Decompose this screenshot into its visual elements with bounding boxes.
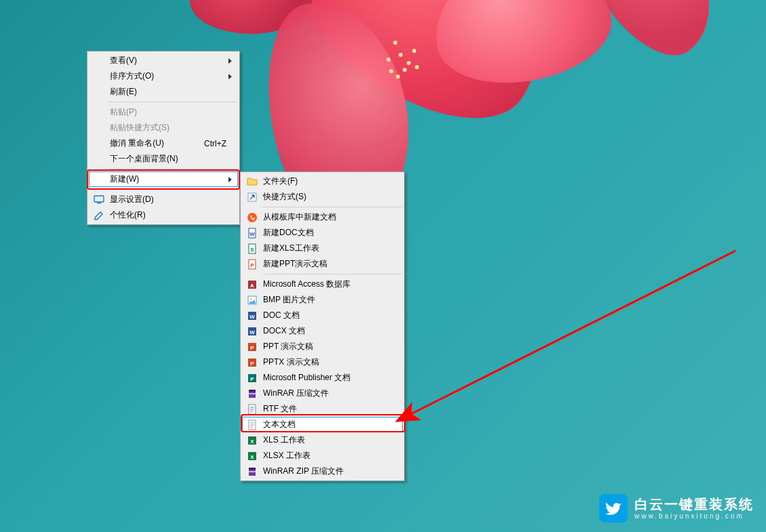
menu-item-new[interactable]: 新建(W) (89, 171, 238, 187)
menu-item-label: 新建XLS工作表 (263, 243, 319, 254)
svg-text:W: W (249, 329, 255, 335)
svg-rect-26 (249, 393, 256, 394)
menu-item-label: 查看(V) (110, 55, 137, 66)
powerpoint-icon: P (247, 357, 258, 368)
svg-text:P: P (250, 361, 254, 367)
svg-rect-41 (249, 471, 256, 472)
menu-item-refresh[interactable]: 刷新(E) (89, 84, 238, 100)
submenu-item-bmp[interactable]: BMP 图片文件 (242, 292, 403, 308)
menu-item-label: 个性化(R) (110, 209, 146, 221)
submenu-arrow-icon (228, 74, 232, 79)
menu-item-label: 显示设置(D) (110, 194, 154, 205)
menu-item-label: 刷新(E) (110, 86, 137, 98)
menu-separator (109, 189, 237, 190)
menu-item-next-background[interactable]: 下一个桌面背景(N) (89, 151, 238, 167)
menu-item-label: 下一个桌面背景(N) (110, 153, 178, 165)
menu-item-label: XLSX 工作表 (263, 450, 310, 462)
menu-item-label: BMP 图片文件 (263, 294, 315, 306)
submenu-item-new-xls[interactable]: S 新建XLS工作表 (242, 241, 403, 256)
svg-point-3 (247, 213, 257, 222)
menu-item-label: 快捷方式(S) (263, 191, 306, 203)
svg-text:P: P (250, 376, 254, 382)
powerpoint-icon: P (247, 342, 258, 352)
submenu-item-winrar-zip[interactable]: WinRAR ZIP 压缩文件 (242, 464, 403, 479)
menu-item-label: DOC 文档 (263, 310, 300, 321)
menu-item-label: DOCX 文档 (263, 325, 305, 337)
watermark-logo-icon (599, 494, 628, 523)
folder-icon (247, 176, 258, 187)
xls-icon: S (247, 243, 258, 254)
svg-text:P: P (250, 345, 254, 351)
menu-item-shortcut: Ctrl+Z (204, 139, 226, 148)
winrar-zip-icon (247, 466, 258, 477)
menu-item-label: PPT 演示文稿 (263, 341, 313, 352)
submenu-item-docx[interactable]: W DOCX 文档 (242, 323, 403, 339)
submenu-item-xls[interactable]: X XLS 工作表 (242, 432, 403, 448)
ppt-icon: P (247, 259, 258, 270)
submenu-item-pptx[interactable]: P PPTX 演示文稿 (242, 354, 403, 370)
svg-rect-1 (97, 203, 101, 203)
desktop-context-menu: 查看(V) 排序方式(O) 刷新(E) 粘贴(P) 粘贴快捷方式(S) 撤消 重… (87, 51, 240, 225)
menu-item-label: PPTX 演示文稿 (263, 356, 319, 368)
doc-icon: W (247, 228, 258, 239)
watermark-url: www.baiyunxitong.com (634, 512, 754, 520)
submenu-item-winrar[interactable]: WinRAR 压缩文件 (242, 386, 403, 401)
watermark-title: 白云一键重装系统 (634, 496, 754, 512)
menu-item-display-settings[interactable]: 显示设置(D) (89, 192, 238, 207)
svg-text:S: S (250, 247, 254, 253)
rtf-icon (247, 404, 258, 415)
menu-item-view[interactable]: 查看(V) (89, 53, 238, 68)
submenu-item-template[interactable]: 从模板库中新建文档 (242, 209, 403, 225)
submenu-item-rtf[interactable]: RTF 文件 (242, 401, 403, 417)
submenu-item-new-ppt[interactable]: P 新建PPT演示文稿 (242, 256, 403, 272)
menu-item-label: 新建(W) (110, 173, 139, 185)
display-icon (94, 195, 104, 205)
menu-item-label: 新建DOC文档 (263, 227, 314, 239)
svg-rect-40 (249, 468, 256, 470)
menu-item-label: XLS 工作表 (263, 434, 305, 446)
svg-text:A: A (250, 283, 254, 289)
submenu-arrow-icon (228, 58, 232, 64)
submenu-item-ppt[interactable]: P PPT 演示文稿 (242, 339, 403, 354)
menu-item-label: WinRAR ZIP 压缩文件 (263, 466, 344, 477)
menu-item-label: 粘贴(P) (110, 106, 137, 118)
submenu-item-shortcut[interactable]: 快捷方式(S) (242, 189, 403, 205)
text-file-icon (247, 420, 258, 430)
flower-stamen (393, 41, 397, 45)
menu-item-label: RTF 文件 (263, 403, 297, 415)
new-submenu: 文件夹(F) 快捷方式(S) 从模板库中新建文档 W 新建DOC文档 S 新建X… (240, 171, 405, 481)
submenu-item-folder[interactable]: 文件夹(F) (242, 173, 403, 189)
svg-point-13 (250, 298, 252, 300)
menu-separator (109, 102, 237, 102)
wps-template-icon (247, 212, 258, 223)
menu-separator (262, 274, 402, 274)
watermark-text: 白云一键重装系统 www.baiyunxitong.com (634, 496, 754, 520)
menu-item-label: 新建PPT演示文稿 (263, 258, 327, 270)
menu-separator (109, 169, 237, 169)
submenu-arrow-icon (228, 177, 232, 182)
access-icon: A (247, 279, 258, 290)
excel-icon: X (247, 451, 258, 462)
personalize-icon (94, 210, 104, 221)
svg-text:W: W (249, 314, 255, 320)
menu-item-label: 文本文档 (263, 419, 296, 430)
menu-item-label: Microsoft Access 数据库 (263, 279, 350, 290)
svg-text:X: X (250, 454, 254, 460)
submenu-item-xlsx[interactable]: X XLSX 工作表 (242, 448, 403, 464)
submenu-item-text-document[interactable]: 文本文档 (242, 417, 403, 432)
submenu-item-access[interactable]: A Microsoft Access 数据库 (242, 277, 403, 292)
menu-item-personalize[interactable]: 个性化(R) (89, 207, 238, 223)
menu-separator (262, 207, 402, 207)
submenu-item-doc-old[interactable]: W DOC 文档 (242, 308, 403, 323)
excel-icon: X (247, 435, 258, 446)
submenu-item-new-doc[interactable]: W 新建DOC文档 (242, 225, 403, 241)
shortcut-icon (247, 192, 258, 203)
publisher-icon: P (247, 373, 258, 384)
svg-text:W: W (249, 231, 255, 237)
menu-item-label: Microsoft Publisher 文档 (263, 372, 350, 384)
menu-item-paste-shortcut: 粘贴快捷方式(S) (89, 120, 238, 136)
menu-item-undo-rename[interactable]: 撤消 重命名(U) Ctrl+Z (89, 136, 238, 151)
word-icon: W (247, 310, 258, 321)
menu-item-sort[interactable]: 排序方式(O) (89, 68, 238, 84)
submenu-item-publisher[interactable]: P Microsoft Publisher 文档 (242, 370, 403, 386)
